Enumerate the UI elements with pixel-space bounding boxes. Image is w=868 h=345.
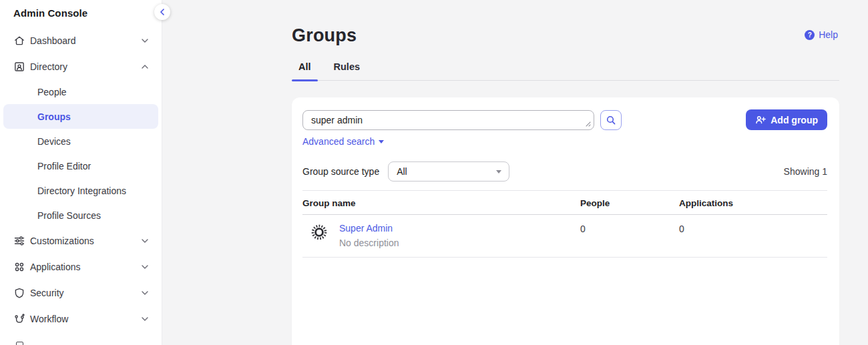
add-group-label: Add group — [771, 115, 818, 125]
sidebar-item-security[interactable]: Security — [0, 280, 162, 306]
filter-row: Group source type All Showing 1 — [302, 161, 827, 182]
sidebar-item-customizations[interactable]: Customizations — [0, 228, 162, 254]
search-button[interactable] — [600, 110, 622, 130]
app-title: Admin Console — [0, 0, 162, 19]
help-link[interactable]: ? Help — [805, 29, 838, 40]
page-title: Groups — [292, 25, 839, 46]
sidebar-item-label: Workflow — [30, 314, 68, 324]
sidebar-item-applications[interactable]: Applications — [0, 254, 162, 280]
sidebar-item-label: Security — [30, 288, 64, 298]
sidebar-item-label: Dashboard — [30, 35, 76, 46]
directory-badge-icon — [13, 61, 25, 73]
add-group-button[interactable]: Add group — [746, 109, 827, 130]
sidebar-item-label: Applications — [30, 262, 81, 272]
help-icon: ? — [805, 30, 815, 40]
table-header: Group name People Applications — [302, 191, 827, 215]
chevron-up-icon — [142, 65, 148, 69]
sidebar-item-directory[interactable]: Directory — [0, 53, 162, 79]
chevron-left-icon — [160, 9, 165, 15]
sidebar-item-groups[interactable]: Groups — [3, 104, 158, 129]
advanced-search-label: Advanced search — [302, 136, 375, 147]
group-text: Super Admin No description — [339, 222, 399, 248]
sidebar-collapse-button[interactable] — [154, 4, 170, 20]
sidebar-item-label: Customizations — [30, 236, 94, 246]
group-source-type-select[interactable]: All — [388, 161, 509, 182]
shield-icon — [13, 287, 25, 299]
table-row: Super Admin No description 0 0 — [302, 215, 827, 258]
group-name-link[interactable]: Super Admin — [339, 223, 393, 234]
people-count: 0 — [580, 224, 679, 234]
workflow-icon — [13, 313, 25, 325]
page-header: Groups ? Help — [292, 0, 839, 46]
sidebar-item-directory-integrations[interactable]: Directory Integrations — [3, 178, 158, 203]
chevron-down-icon — [142, 239, 148, 243]
sidebar: Admin Console Dashboard Directory — [0, 0, 162, 345]
showing-count: Showing 1 — [784, 166, 827, 177]
resize-handle-icon[interactable] — [585, 121, 591, 127]
group-description: No description — [339, 238, 399, 248]
tab-rules[interactable]: Rules — [327, 61, 367, 80]
chevron-down-icon — [142, 291, 148, 295]
groups-card: super admin Add group — [292, 97, 839, 345]
caret-down-icon — [379, 140, 384, 143]
applications-count: 0 — [679, 224, 827, 234]
sidebar-item-people[interactable]: People — [3, 79, 158, 104]
main-content: Groups ? Help All Rules super admin — [292, 0, 839, 345]
column-people: People — [580, 198, 679, 208]
column-group-name: Group name — [302, 198, 580, 208]
chevron-down-icon — [142, 317, 148, 321]
group-search-input[interactable]: super admin — [302, 110, 594, 130]
sidebar-nav: Dashboard Directory People Groups Device… — [0, 27, 162, 332]
help-label: Help — [819, 29, 838, 40]
tab-bar: All Rules — [292, 61, 839, 81]
group-source-type-label: Group source type — [302, 166, 379, 177]
add-user-icon — [755, 115, 766, 125]
apps-grid-icon — [13, 261, 25, 273]
search-icon — [606, 115, 616, 125]
column-applications: Applications — [679, 198, 827, 208]
sidebar-item-profile-sources[interactable]: Profile Sources — [3, 203, 158, 228]
advanced-search-link[interactable]: Advanced search — [302, 136, 384, 147]
reports-icon — [16, 342, 23, 345]
chevron-down-icon — [142, 39, 148, 43]
selected-option: All — [397, 166, 407, 177]
chevron-down-icon — [142, 265, 148, 269]
sidebar-item-devices[interactable]: Devices — [3, 129, 158, 153]
sidebar-item-dashboard[interactable]: Dashboard — [0, 27, 162, 53]
tab-all[interactable]: All — [292, 61, 318, 80]
sidebar-item-label: Directory — [30, 61, 67, 72]
search-toolbar: super admin Add group — [302, 109, 827, 130]
search-input-wrap: super admin — [302, 110, 594, 130]
home-icon — [13, 35, 25, 47]
sidebar-item-workflow[interactable]: Workflow — [0, 306, 162, 332]
group-sunburst-icon — [310, 223, 329, 242]
sidebar-item-profile-editor[interactable]: Profile Editor — [3, 153, 158, 178]
sliders-icon — [13, 235, 25, 247]
directory-submenu: People Groups Devices Profile Editor Dir… — [0, 79, 162, 228]
caret-down-icon — [496, 170, 501, 174]
group-name-cell: Super Admin No description — [302, 222, 580, 248]
admin-console-app: Admin Console Dashboard Directory — [0, 0, 868, 345]
